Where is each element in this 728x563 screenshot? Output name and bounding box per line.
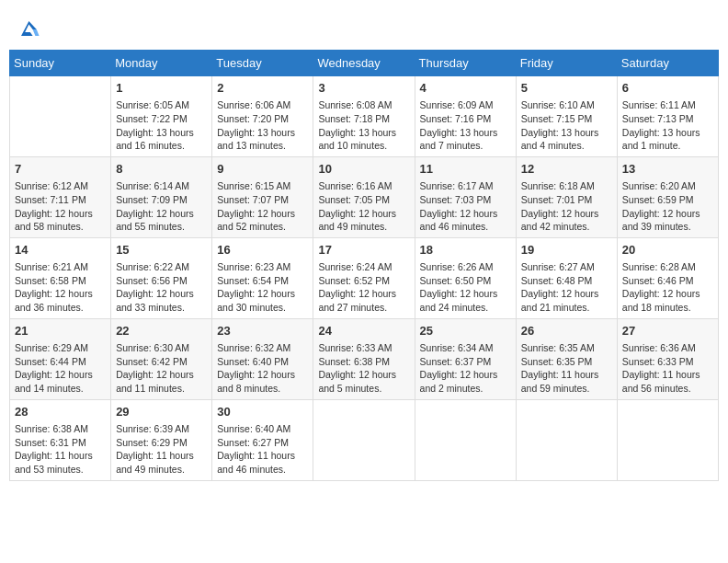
cell-info: Sunrise: 6:39 AMSunset: 6:29 PMDaylight:… [116, 422, 207, 477]
calendar-cell: 20Sunrise: 6:28 AMSunset: 6:46 PMDayligh… [617, 237, 718, 318]
logo [13, 15, 40, 37]
sunrise-text: Sunrise: 6:34 AM [420, 341, 511, 355]
calendar-week-3: 14Sunrise: 6:21 AMSunset: 6:58 PMDayligh… [10, 237, 719, 318]
cell-info: Sunrise: 6:22 AMSunset: 6:56 PMDaylight:… [116, 260, 207, 315]
day-number: 16 [217, 242, 308, 259]
calendar-cell [516, 399, 617, 480]
sunset-text: Sunset: 7:22 PM [116, 112, 207, 126]
calendar-week-4: 21Sunrise: 6:29 AMSunset: 6:44 PMDayligh… [10, 318, 719, 399]
daylight-text: Daylight: 12 hours and 2 minutes. [420, 368, 511, 395]
cell-info: Sunrise: 6:15 AMSunset: 7:07 PMDaylight:… [217, 179, 308, 234]
calendar-cell: 25Sunrise: 6:34 AMSunset: 6:37 PMDayligh… [415, 318, 516, 399]
day-number: 24 [318, 323, 409, 339]
sunset-text: Sunset: 6:50 PM [420, 274, 511, 288]
day-number: 6 [622, 80, 713, 97]
sunrise-text: Sunrise: 6:17 AM [420, 179, 511, 193]
sunrise-text: Sunrise: 6:30 AM [116, 341, 207, 355]
sunrise-text: Sunrise: 6:29 AM [15, 341, 106, 355]
cell-info: Sunrise: 6:29 AMSunset: 6:44 PMDaylight:… [15, 341, 106, 396]
cell-info: Sunrise: 6:33 AMSunset: 6:38 PMDaylight:… [318, 341, 409, 396]
daylight-text: Daylight: 12 hours and 39 minutes. [622, 207, 713, 234]
day-number: 5 [521, 80, 612, 97]
calendar-cell: 9Sunrise: 6:15 AMSunset: 7:07 PMDaylight… [212, 156, 313, 237]
calendar-cell: 27Sunrise: 6:36 AMSunset: 6:33 PMDayligh… [617, 318, 718, 399]
daylight-text: Daylight: 11 hours and 59 minutes. [521, 368, 612, 395]
page-header [9, 9, 719, 42]
calendar-cell [617, 399, 718, 480]
daylight-text: Daylight: 12 hours and 27 minutes. [318, 287, 409, 314]
daylight-text: Daylight: 12 hours and 24 minutes. [420, 287, 511, 314]
sunrise-text: Sunrise: 6:27 AM [521, 260, 612, 274]
daylight-text: Daylight: 12 hours and 14 minutes. [15, 368, 106, 395]
calendar-cell: 30Sunrise: 6:40 AMSunset: 6:27 PMDayligh… [212, 399, 313, 480]
calendar-cell: 21Sunrise: 6:29 AMSunset: 6:44 PMDayligh… [10, 318, 111, 399]
daylight-text: Daylight: 12 hours and 30 minutes. [217, 287, 308, 314]
calendar-cell: 5Sunrise: 6:10 AMSunset: 7:15 PMDaylight… [516, 76, 617, 157]
daylight-text: Daylight: 12 hours and 58 minutes. [15, 207, 106, 234]
calendar-cell: 24Sunrise: 6:33 AMSunset: 6:38 PMDayligh… [313, 318, 415, 399]
sunrise-text: Sunrise: 6:15 AM [217, 179, 308, 193]
daylight-text: Daylight: 11 hours and 46 minutes. [217, 449, 308, 476]
sunset-text: Sunset: 7:01 PM [521, 193, 612, 207]
day-number: 8 [116, 161, 207, 178]
daylight-text: Daylight: 11 hours and 53 minutes. [15, 449, 106, 476]
sunset-text: Sunset: 6:48 PM [521, 274, 612, 288]
cell-info: Sunrise: 6:30 AMSunset: 6:42 PMDaylight:… [116, 341, 207, 396]
cell-info: Sunrise: 6:34 AMSunset: 6:37 PMDaylight:… [420, 341, 511, 396]
day-number: 21 [15, 323, 106, 339]
calendar-cell [10, 76, 111, 157]
daylight-text: Daylight: 12 hours and 21 minutes. [521, 287, 612, 314]
sunset-text: Sunset: 6:46 PM [622, 274, 713, 288]
daylight-text: Daylight: 12 hours and 18 minutes. [622, 287, 713, 314]
calendar-cell: 8Sunrise: 6:14 AMSunset: 7:09 PMDaylight… [111, 156, 212, 237]
daylight-text: Daylight: 12 hours and 8 minutes. [217, 368, 308, 395]
calendar-cell: 18Sunrise: 6:26 AMSunset: 6:50 PMDayligh… [415, 237, 516, 318]
sunset-text: Sunset: 6:58 PM [15, 274, 106, 288]
day-number: 27 [622, 323, 713, 339]
weekday-header-saturday: Saturday [617, 51, 718, 76]
sunrise-text: Sunrise: 6:40 AM [217, 422, 308, 436]
sunset-text: Sunset: 6:37 PM [420, 355, 511, 369]
cell-info: Sunrise: 6:16 AMSunset: 7:05 PMDaylight:… [318, 179, 409, 234]
daylight-text: Daylight: 13 hours and 1 minute. [622, 126, 713, 153]
day-number: 2 [217, 80, 308, 97]
sunset-text: Sunset: 6:56 PM [116, 274, 207, 288]
calendar-cell: 22Sunrise: 6:30 AMSunset: 6:42 PMDayligh… [111, 318, 212, 399]
calendar-cell: 6Sunrise: 6:11 AMSunset: 7:13 PMDaylight… [617, 76, 718, 157]
cell-info: Sunrise: 6:11 AMSunset: 7:13 PMDaylight:… [622, 98, 713, 153]
day-number: 10 [318, 161, 409, 178]
day-number: 23 [217, 323, 308, 339]
day-number: 18 [420, 242, 511, 259]
day-number: 14 [15, 242, 106, 259]
cell-info: Sunrise: 6:14 AMSunset: 7:09 PMDaylight:… [116, 179, 207, 234]
cell-info: Sunrise: 6:21 AMSunset: 6:58 PMDaylight:… [15, 260, 106, 315]
calendar-cell: 15Sunrise: 6:22 AMSunset: 6:56 PMDayligh… [111, 237, 212, 318]
calendar-cell: 2Sunrise: 6:06 AMSunset: 7:20 PMDaylight… [212, 76, 313, 157]
sunrise-text: Sunrise: 6:26 AM [420, 260, 511, 274]
sunset-text: Sunset: 7:05 PM [318, 193, 409, 207]
sunset-text: Sunset: 7:16 PM [420, 112, 511, 126]
svg-marker-0 [21, 21, 37, 36]
sunrise-text: Sunrise: 6:23 AM [217, 260, 308, 274]
cell-info: Sunrise: 6:36 AMSunset: 6:33 PMDaylight:… [622, 341, 713, 396]
daylight-text: Daylight: 13 hours and 7 minutes. [420, 126, 511, 153]
sunrise-text: Sunrise: 6:22 AM [116, 260, 207, 274]
sunset-text: Sunset: 6:29 PM [116, 436, 207, 450]
sunset-text: Sunset: 6:31 PM [15, 436, 106, 450]
svg-marker-1 [33, 29, 40, 36]
sunrise-text: Sunrise: 6:20 AM [622, 179, 713, 193]
sunset-text: Sunset: 6:33 PM [622, 355, 713, 369]
logo-icon [15, 15, 40, 40]
sunrise-text: Sunrise: 6:35 AM [521, 341, 612, 355]
calendar-cell: 17Sunrise: 6:24 AMSunset: 6:52 PMDayligh… [313, 237, 415, 318]
sunrise-text: Sunrise: 6:38 AM [15, 422, 106, 436]
calendar-cell: 3Sunrise: 6:08 AMSunset: 7:18 PMDaylight… [313, 76, 415, 157]
sunset-text: Sunset: 6:35 PM [521, 355, 612, 369]
cell-info: Sunrise: 6:10 AMSunset: 7:15 PMDaylight:… [521, 98, 612, 153]
sunrise-text: Sunrise: 6:05 AM [116, 98, 207, 112]
sunrise-text: Sunrise: 6:06 AM [217, 98, 308, 112]
calendar-table: SundayMondayTuesdayWednesdayThursdayFrid… [9, 50, 719, 481]
sunset-text: Sunset: 6:38 PM [318, 355, 409, 369]
daylight-text: Daylight: 11 hours and 56 minutes. [622, 368, 713, 395]
day-number: 26 [521, 323, 612, 339]
